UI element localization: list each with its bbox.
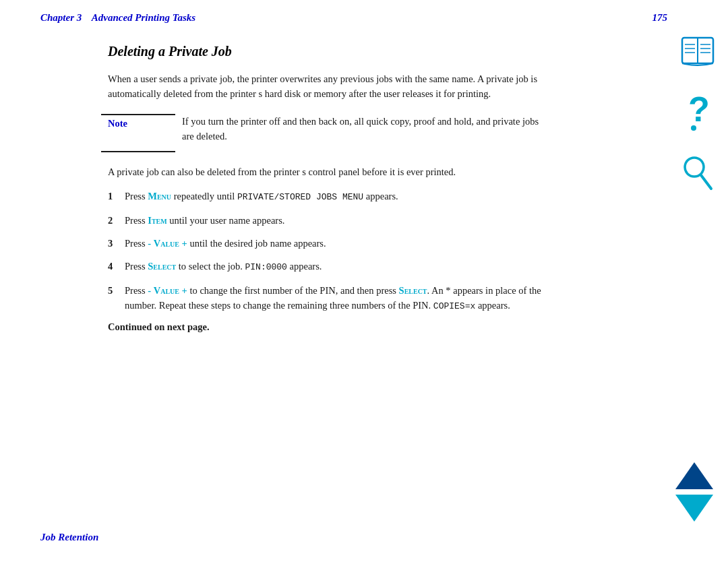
nav-arrows (675, 462, 713, 522)
copies-code: COPIES=x (433, 301, 475, 311)
step-1: 1 Press Menu repeatedly until PRIVATE/ST… (108, 189, 546, 204)
step-3-content: Press - Value + until the desired job na… (125, 236, 546, 251)
step-3: 3 Press - Value + until the desired job … (108, 236, 546, 251)
sidebar-icons: ? (679, 34, 716, 195)
step-3-number: 3 (108, 236, 125, 251)
intro-paragraph: When a user sends a private job, the pri… (108, 71, 546, 102)
step-2-number: 2 (108, 213, 125, 228)
question-icon[interactable]: ? (683, 92, 712, 133)
svg-text:?: ? (688, 92, 710, 129)
footer-text: Job Retention (40, 532, 98, 542)
footer: Job Retention (40, 532, 98, 543)
select-link-4: Select (148, 261, 176, 272)
step-2-content: Press Item until your user name appears. (125, 213, 546, 228)
note-content: If you turn the printer off and then bac… (182, 114, 546, 152)
step-5: 5 Press - Value + to change the first nu… (108, 283, 546, 314)
step-2: 2 Press Item until your user name appear… (108, 213, 546, 228)
item-link: Item (148, 215, 166, 226)
menu-code: PRIVATE/STORED JOBS MENU (237, 192, 363, 202)
step-4: 4 Press Select to select the job. PIN:00… (108, 259, 546, 274)
step-1-number: 1 (108, 189, 125, 204)
book-icon[interactable] (679, 34, 716, 71)
down-arrow[interactable] (675, 495, 713, 522)
svg-point-9 (691, 125, 696, 131)
pin-code: PIN:0000 (245, 262, 287, 272)
dash-value-5: - Value + (148, 285, 187, 296)
section-title: Deleting a Private Job (108, 44, 546, 59)
step-5-number: 5 (108, 283, 125, 314)
note-label: Note (108, 114, 182, 152)
steps-list: 1 Press Menu repeatedly until PRIVATE/ST… (108, 189, 546, 313)
magnifier-icon[interactable] (681, 154, 715, 195)
main-content: Deleting a Private Job When a user sends… (0, 30, 607, 353)
body-paragraph-2: A private job can also be deleted from t… (108, 164, 546, 179)
header-chapter: Chapter 3 Advanced Printing Tasks (40, 12, 195, 24)
step-5-content: Press - Value + to change the first numb… (125, 283, 546, 314)
continued-text: Continued on next page. (108, 321, 546, 333)
svg-point-10 (685, 158, 704, 177)
up-arrow[interactable] (675, 462, 713, 489)
step-4-content: Press Select to select the job. PIN:0000… (125, 259, 546, 274)
step-4-number: 4 (108, 259, 125, 274)
dash-value-3: - Value + (148, 238, 187, 249)
select-link-5: Select (399, 285, 427, 296)
menu-link: Menu (148, 191, 171, 201)
svg-line-11 (701, 175, 711, 189)
note-section: Note If you turn the printer off and the… (108, 114, 546, 152)
chapter-title: Advanced Printing Tasks (92, 12, 195, 23)
chapter-label: Chapter 3 (40, 12, 82, 23)
step-1-content: Press Menu repeatedly until PRIVATE/STOR… (125, 189, 546, 204)
header-page-number: 175 (653, 12, 668, 24)
page-header: Chapter 3 Advanced Printing Tasks 175 (0, 0, 728, 30)
page-container: Chapter 3 Advanced Printing Tasks 175 De… (0, 0, 728, 562)
